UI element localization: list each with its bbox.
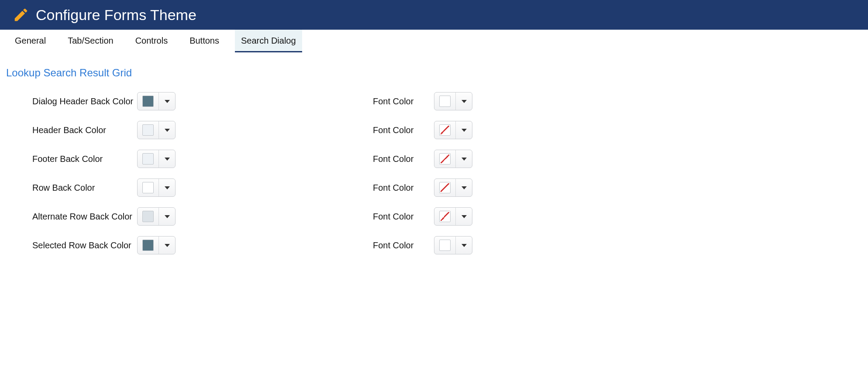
font-color-label: Font Color bbox=[373, 154, 434, 164]
chevron-down-icon bbox=[462, 244, 467, 247]
no-color-swatch bbox=[439, 153, 451, 165]
back-color-picker-cell bbox=[137, 236, 373, 254]
color-swatch-slot bbox=[434, 208, 455, 225]
chevron-down-icon bbox=[165, 158, 170, 161]
color-swatch bbox=[142, 240, 154, 251]
back-color-label: Dialog Header Back Color bbox=[6, 96, 137, 106]
color-swatch bbox=[439, 96, 451, 107]
back-color-picker[interactable] bbox=[137, 121, 176, 139]
font-color-picker[interactable] bbox=[434, 150, 472, 168]
color-swatch-slot bbox=[138, 179, 158, 196]
color-swatch bbox=[439, 240, 451, 251]
tab-label: Search Dialog bbox=[241, 36, 296, 45]
dropdown-toggle[interactable] bbox=[455, 179, 472, 196]
font-color-picker-cell bbox=[434, 92, 472, 110]
font-color-label: Font Color bbox=[373, 125, 434, 135]
color-swatch bbox=[142, 182, 154, 193]
dropdown-toggle[interactable] bbox=[455, 121, 472, 139]
font-color-picker[interactable] bbox=[434, 236, 472, 254]
font-color-label: Font Color bbox=[373, 183, 434, 193]
chevron-down-icon bbox=[462, 129, 467, 132]
setting-row: Dialog Header Back ColorFont Color bbox=[6, 87, 862, 116]
chevron-down-icon bbox=[462, 100, 467, 103]
font-color-picker[interactable] bbox=[434, 92, 472, 110]
pencil-icon bbox=[12, 6, 30, 24]
dropdown-toggle[interactable] bbox=[158, 150, 175, 168]
color-swatch bbox=[142, 211, 154, 222]
form-rows: Dialog Header Back ColorFont ColorHeader… bbox=[0, 87, 868, 260]
color-swatch-slot bbox=[434, 93, 455, 110]
chevron-down-icon bbox=[165, 244, 170, 247]
font-color-label: Font Color bbox=[373, 96, 434, 106]
color-swatch-slot bbox=[434, 121, 455, 139]
font-color-picker[interactable] bbox=[434, 207, 472, 226]
dropdown-toggle[interactable] bbox=[455, 150, 472, 168]
back-color-picker-cell bbox=[137, 207, 373, 226]
dropdown-toggle[interactable] bbox=[158, 208, 175, 225]
page-title: Configure Forms Theme bbox=[36, 7, 196, 24]
tab-label: Controls bbox=[135, 36, 168, 45]
chevron-down-icon bbox=[165, 186, 170, 189]
tab-buttons[interactable]: Buttons bbox=[183, 30, 225, 52]
color-swatch bbox=[142, 96, 154, 107]
chevron-down-icon bbox=[462, 215, 467, 218]
chevron-down-icon bbox=[462, 186, 467, 189]
dropdown-toggle[interactable] bbox=[455, 208, 472, 225]
back-color-picker[interactable] bbox=[137, 178, 176, 197]
back-color-picker[interactable] bbox=[137, 207, 176, 226]
tab-label: Buttons bbox=[189, 36, 219, 45]
color-swatch-slot bbox=[434, 179, 455, 196]
tab-label: General bbox=[15, 36, 46, 45]
section-title: Lookup Search Result Grid bbox=[0, 53, 868, 87]
font-color-picker-cell bbox=[434, 178, 472, 197]
color-swatch-slot bbox=[138, 93, 158, 110]
back-color-picker-cell bbox=[137, 92, 373, 110]
back-color-label: Alternate Row Back Color bbox=[6, 212, 137, 222]
tab-tab-section[interactable]: Tab/Section bbox=[62, 30, 120, 52]
tab-controls[interactable]: Controls bbox=[129, 30, 174, 52]
dropdown-toggle[interactable] bbox=[455, 237, 472, 254]
back-color-picker[interactable] bbox=[137, 92, 176, 110]
tab-label: Tab/Section bbox=[68, 36, 114, 45]
chevron-down-icon bbox=[462, 158, 467, 161]
dropdown-toggle[interactable] bbox=[455, 93, 472, 110]
back-color-label: Selected Row Back Color bbox=[6, 240, 137, 250]
dropdown-toggle[interactable] bbox=[158, 93, 175, 110]
tab-general[interactable]: General bbox=[9, 30, 52, 52]
chevron-down-icon bbox=[165, 215, 170, 218]
tab-search-dialog[interactable]: Search Dialog bbox=[235, 30, 302, 52]
font-color-label: Font Color bbox=[373, 212, 434, 222]
setting-row: Footer Back ColorFont Color bbox=[6, 144, 862, 173]
setting-row: Header Back ColorFont Color bbox=[6, 116, 862, 144]
font-color-picker-cell bbox=[434, 207, 472, 226]
color-swatch-slot bbox=[138, 121, 158, 139]
font-color-picker[interactable] bbox=[434, 121, 472, 139]
dropdown-toggle[interactable] bbox=[158, 179, 175, 196]
color-swatch-slot bbox=[138, 237, 158, 254]
font-color-label: Font Color bbox=[373, 240, 434, 250]
page-header: Configure Forms Theme bbox=[0, 0, 868, 30]
no-color-swatch bbox=[439, 124, 451, 136]
back-color-label: Footer Back Color bbox=[6, 154, 137, 164]
back-color-picker-cell bbox=[137, 178, 373, 197]
color-swatch-slot bbox=[138, 150, 158, 168]
back-color-picker-cell bbox=[137, 150, 373, 168]
no-color-swatch bbox=[439, 182, 451, 193]
back-color-picker[interactable] bbox=[137, 236, 176, 254]
color-swatch-slot bbox=[138, 208, 158, 225]
font-color-picker-cell bbox=[434, 150, 472, 168]
color-swatch-slot bbox=[434, 150, 455, 168]
color-swatch bbox=[142, 153, 154, 165]
back-color-picker[interactable] bbox=[137, 150, 176, 168]
setting-row: Selected Row Back ColorFont Color bbox=[6, 231, 862, 260]
color-swatch-slot bbox=[434, 237, 455, 254]
back-color-picker-cell bbox=[137, 121, 373, 139]
no-color-swatch bbox=[439, 211, 451, 222]
font-color-picker-cell bbox=[434, 121, 472, 139]
font-color-picker[interactable] bbox=[434, 178, 472, 197]
chevron-down-icon bbox=[165, 129, 170, 132]
chevron-down-icon bbox=[165, 100, 170, 103]
dropdown-toggle[interactable] bbox=[158, 121, 175, 139]
setting-row: Alternate Row Back ColorFont Color bbox=[6, 202, 862, 231]
dropdown-toggle[interactable] bbox=[158, 237, 175, 254]
